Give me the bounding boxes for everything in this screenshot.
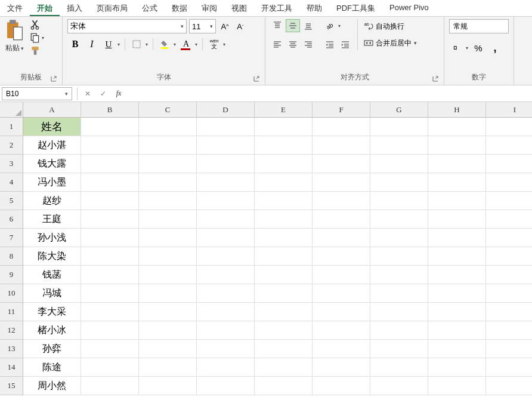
cell-G12[interactable] bbox=[370, 321, 428, 340]
cell-H6[interactable] bbox=[428, 210, 486, 229]
cell-H5[interactable] bbox=[428, 192, 486, 210]
cell-B11[interactable] bbox=[81, 303, 139, 321]
cell-F7[interactable] bbox=[313, 229, 370, 247]
cell-D9[interactable] bbox=[197, 266, 255, 284]
italic-button[interactable]: I bbox=[84, 37, 100, 51]
accounting-dropdown[interactable]: ▾ bbox=[465, 45, 469, 51]
font-color-button[interactable]: A bbox=[178, 37, 194, 51]
cell-E15[interactable] bbox=[255, 377, 313, 395]
cell-F2[interactable] bbox=[313, 136, 370, 155]
col-header-d[interactable]: D bbox=[197, 102, 255, 118]
cell-I15[interactable] bbox=[486, 377, 532, 395]
font-launcher-icon[interactable] bbox=[253, 75, 260, 82]
fx-icon[interactable]: fx bbox=[113, 88, 124, 99]
align-center[interactable] bbox=[286, 38, 300, 51]
menu-data[interactable]: 数据 bbox=[165, 0, 194, 16]
copy-dropdown[interactable]: ▾ bbox=[41, 35, 45, 41]
cell-C8[interactable] bbox=[139, 247, 197, 266]
col-header-b[interactable]: B bbox=[81, 102, 139, 118]
cell-E10[interactable] bbox=[255, 284, 313, 303]
cell-I14[interactable] bbox=[486, 358, 532, 377]
cell-E5[interactable] bbox=[255, 192, 313, 210]
cell-G10[interactable] bbox=[370, 284, 428, 303]
row-header[interactable]: 10 bbox=[0, 284, 23, 303]
number-format-select[interactable]: 常规 bbox=[449, 19, 509, 33]
cell-B8[interactable] bbox=[81, 247, 139, 266]
cell-D3[interactable] bbox=[197, 155, 255, 173]
cell-F12[interactable] bbox=[313, 321, 370, 340]
cell-G15[interactable] bbox=[370, 377, 428, 395]
row-header[interactable]: 13 bbox=[0, 340, 23, 358]
col-header-e[interactable]: E bbox=[255, 102, 313, 118]
cell-D10[interactable] bbox=[197, 284, 255, 303]
font-color-dropdown[interactable]: ▾ bbox=[194, 42, 199, 47]
cell-E13[interactable] bbox=[255, 340, 313, 358]
cell-B14[interactable] bbox=[81, 358, 139, 377]
cell-H10[interactable] bbox=[428, 284, 486, 303]
menu-insert[interactable]: 插入 bbox=[60, 0, 89, 16]
fill-color-button[interactable] bbox=[157, 37, 172, 51]
row-header[interactable]: 4 bbox=[0, 173, 23, 192]
row-header[interactable]: 15 bbox=[0, 377, 23, 395]
cell-A1[interactable]: 姓名 bbox=[23, 118, 81, 136]
cell-I9[interactable] bbox=[486, 266, 532, 284]
cell-F13[interactable] bbox=[313, 340, 370, 358]
decrease-indent[interactable] bbox=[323, 38, 337, 51]
bold-button[interactable]: B bbox=[67, 37, 83, 51]
formula-input[interactable] bbox=[129, 87, 532, 100]
wrap-text-button[interactable]: ab 自动换行 bbox=[361, 19, 419, 33]
cell-I11[interactable] bbox=[486, 303, 532, 321]
copy-icon[interactable] bbox=[30, 32, 41, 43]
cell-H15[interactable] bbox=[428, 377, 486, 395]
cell-C10[interactable] bbox=[139, 284, 197, 303]
align-bottom[interactable] bbox=[301, 19, 316, 32]
accounting-format-button[interactable]: ¤ bbox=[449, 41, 465, 55]
cell-H1[interactable] bbox=[428, 118, 486, 136]
cell-F6[interactable] bbox=[313, 210, 370, 229]
cell-A6[interactable]: 王庭 bbox=[23, 210, 81, 229]
align-middle[interactable] bbox=[286, 19, 300, 32]
font-size-select[interactable]: 11 ▾ bbox=[189, 19, 216, 33]
cell-F4[interactable] bbox=[313, 173, 370, 192]
cell-G7[interactable] bbox=[370, 229, 428, 247]
cell-G3[interactable] bbox=[370, 155, 428, 173]
cell-A14[interactable]: 陈途 bbox=[23, 358, 81, 377]
cell-H9[interactable] bbox=[428, 266, 486, 284]
menu-pdf-tools[interactable]: PDF工具集 bbox=[329, 0, 382, 16]
cell-G9[interactable] bbox=[370, 266, 428, 284]
cut-icon[interactable] bbox=[30, 19, 41, 30]
cell-D1[interactable] bbox=[197, 118, 255, 136]
cell-H2[interactable] bbox=[428, 136, 486, 155]
cell-A13[interactable]: 孙弈 bbox=[23, 340, 81, 358]
cell-I5[interactable] bbox=[486, 192, 532, 210]
col-header-c[interactable]: C bbox=[139, 102, 197, 118]
cell-B6[interactable] bbox=[81, 210, 139, 229]
cell-A4[interactable]: 冯小墨 bbox=[23, 173, 81, 192]
cell-E12[interactable] bbox=[255, 321, 313, 340]
cell-A5[interactable]: 赵纱 bbox=[23, 192, 81, 210]
row-header[interactable]: 11 bbox=[0, 303, 23, 321]
cell-D7[interactable] bbox=[197, 229, 255, 247]
cell-E11[interactable] bbox=[255, 303, 313, 321]
cell-E1[interactable] bbox=[255, 118, 313, 136]
cell-A2[interactable]: 赵小湛 bbox=[23, 136, 81, 155]
cell-H14[interactable] bbox=[428, 358, 486, 377]
cell-C3[interactable] bbox=[139, 155, 197, 173]
menu-developer[interactable]: 开发工具 bbox=[254, 0, 299, 16]
border-dropdown[interactable]: ▾ bbox=[144, 42, 149, 47]
name-box[interactable]: B10 ▾ bbox=[2, 87, 72, 100]
col-header-g[interactable]: G bbox=[370, 102, 428, 118]
cell-A3[interactable]: 钱大露 bbox=[23, 155, 81, 173]
cell-C13[interactable] bbox=[139, 340, 197, 358]
cell-E8[interactable] bbox=[255, 247, 313, 266]
cell-D4[interactable] bbox=[197, 173, 255, 192]
paste-icon[interactable] bbox=[5, 19, 24, 42]
cancel-formula-icon[interactable]: ✕ bbox=[82, 88, 93, 99]
cell-G1[interactable] bbox=[370, 118, 428, 136]
enter-formula-icon[interactable]: ✓ bbox=[98, 88, 109, 99]
cell-B5[interactable] bbox=[81, 192, 139, 210]
cell-G11[interactable] bbox=[370, 303, 428, 321]
menu-formula[interactable]: 公式 bbox=[135, 0, 165, 16]
cell-H12[interactable] bbox=[428, 321, 486, 340]
underline-dropdown[interactable]: ▾ bbox=[116, 42, 121, 47]
